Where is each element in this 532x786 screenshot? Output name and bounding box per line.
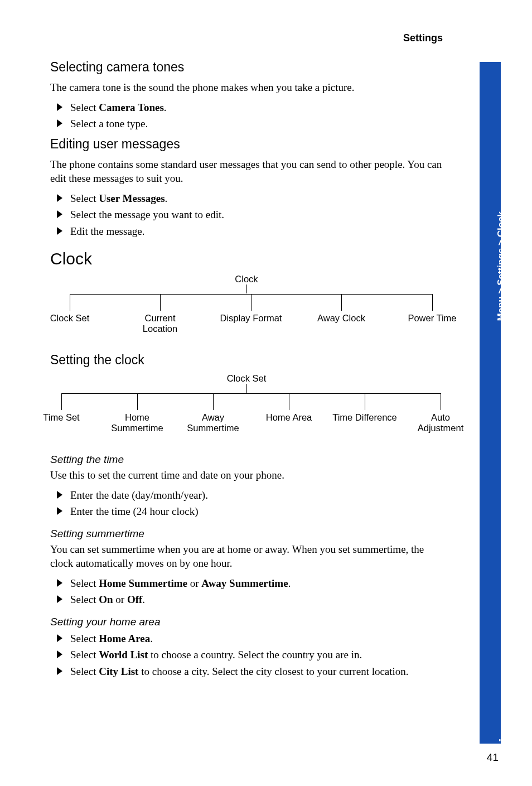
- subheading-time: Setting the time: [50, 454, 443, 466]
- diagram-node: Power Time: [399, 313, 466, 324]
- step-camera-1: Select Camera Tones.: [60, 99, 443, 115]
- step-area-3: Select City List to choose a city. Selec…: [60, 663, 443, 679]
- page-content: Settings Selecting camera tones The came…: [50, 32, 443, 684]
- diagram-clock: Clock Clock Set Current Location Display…: [50, 274, 443, 349]
- subheading-home-area: Setting your home area: [50, 616, 443, 628]
- diagram-root: Clock: [224, 274, 269, 284]
- heading-clock: Clock: [50, 249, 443, 268]
- diagram-node: Time Set: [28, 412, 95, 423]
- step-time-1: Enter the date (day/month/year).: [60, 487, 443, 503]
- diagram-node: Away Summertime: [180, 412, 246, 433]
- diagram-node: Time Difference: [331, 412, 398, 423]
- diagram-node: Home Summertime: [104, 412, 171, 433]
- subheading-summertime: Setting summertime: [50, 528, 443, 540]
- diagram-node: Away Clock: [308, 313, 375, 324]
- diagram-root: Clock Set: [213, 373, 280, 384]
- text-time-intro: Use this to set the current time and dat…: [50, 468, 443, 483]
- diagram-node: Current Location: [127, 313, 194, 334]
- diagram-clock-set: Clock Set Time Set Home Summertime Away …: [50, 373, 443, 446]
- step-usermsg-1: Select User Messages.: [60, 190, 443, 206]
- diagram-node: Display Format: [217, 313, 284, 324]
- step-usermsg-2: Select the message you want to edit.: [60, 206, 443, 223]
- step-summer-2: Select On or Off.: [60, 591, 443, 607]
- step-summer-1: Select Home Summertime or Away Summertim…: [60, 575, 443, 591]
- sidebar: Menu > Settings > Clock Settings: [480, 62, 501, 744]
- heading-setting-clock: Setting the clock: [50, 353, 443, 368]
- diagram-node: Auto Adjustment: [407, 412, 474, 433]
- breadcrumb-label: Menu > Settings > Clock: [495, 211, 506, 321]
- step-usermsg-3: Edit the message.: [60, 223, 443, 239]
- text-usermsg-intro: The phone contains some standard user me…: [50, 157, 443, 186]
- step-camera-2: Select a tone type.: [60, 115, 443, 132]
- text-summer-intro: You can set summertime when you are at h…: [50, 542, 443, 571]
- step-area-2: Select World List to choose a country. S…: [60, 647, 443, 663]
- step-time-2: Enter the time (24 hour clock): [60, 503, 443, 519]
- page-header: Settings: [50, 32, 443, 44]
- diagram-node: Clock Set: [36, 313, 103, 324]
- heading-camera-tones: Selecting camera tones: [50, 60, 443, 75]
- page-number: 41: [487, 751, 499, 764]
- section-label: Settings: [497, 715, 512, 768]
- heading-user-messages: Editing user messages: [50, 137, 443, 152]
- text-camera-intro: The camera tone is the sound the phone m…: [50, 80, 443, 95]
- diagram-node: Home Area: [255, 412, 322, 423]
- step-area-1: Select Home Area.: [60, 630, 443, 647]
